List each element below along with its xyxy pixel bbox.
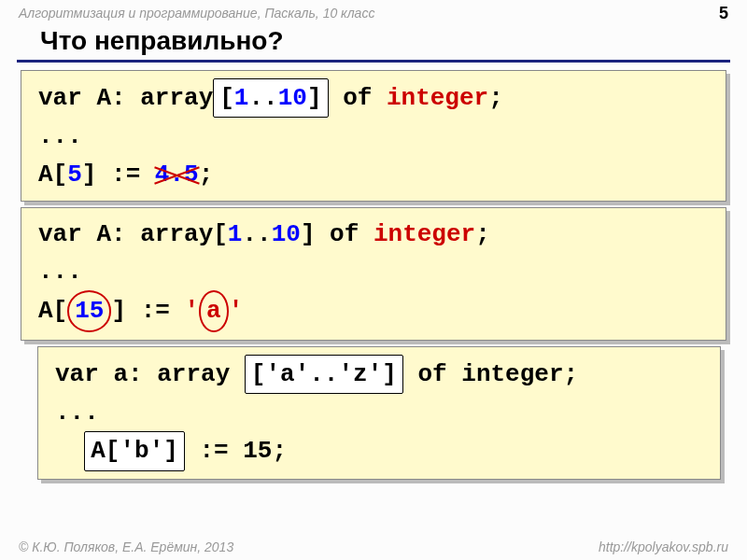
crossed-value: 4.5 — [155, 156, 199, 193]
char-index-box: A['b'] — [84, 431, 185, 470]
code-line: ... — [38, 118, 709, 155]
code-line: ... — [55, 394, 703, 431]
char-range-box: ['a'..'z'] — [245, 355, 403, 394]
slide-title: Что неправильно? — [17, 22, 730, 63]
footer-url: http://kpolyakov.spb.ru — [599, 539, 728, 554]
subject-text: Алгоритмизация и программирование, Паска… — [19, 6, 374, 21]
slide-footer: © К.Ю. Поляков, Е.А. Ерёмин, 2013 http:/… — [19, 539, 728, 554]
page-number: 5 — [719, 4, 728, 23]
code-line: var A: array[1..10] of integer; — [38, 78, 709, 118]
slide-header: Алгоритмизация и программирование, Паска… — [0, 0, 747, 22]
code-line: A[5] := 4.5; — [38, 156, 709, 193]
code-block-3: var a: array ['a'..'z'] of integer; ... … — [37, 346, 721, 480]
code-line: A[15] := 'a' — [38, 290, 709, 331]
code-line: var A: array[1..10] of integer; — [38, 216, 709, 253]
bad-value-circle: a — [199, 290, 229, 331]
code-line: ... — [38, 253, 709, 290]
code-line: var a: array ['a'..'z'] of integer; — [55, 355, 703, 394]
copyright: © К.Ю. Поляков, Е.А. Ерёмин, 2013 — [19, 539, 233, 554]
code-block-2: var A: array[1..10] of integer; ... A[15… — [21, 207, 726, 341]
code-block-1: var A: array[1..10] of integer; ... A[5]… — [21, 70, 726, 202]
code-line: A['b'] := 15; — [55, 431, 703, 470]
bad-index-circle: 15 — [67, 290, 111, 331]
range-highlight: [1..10] — [213, 78, 328, 118]
